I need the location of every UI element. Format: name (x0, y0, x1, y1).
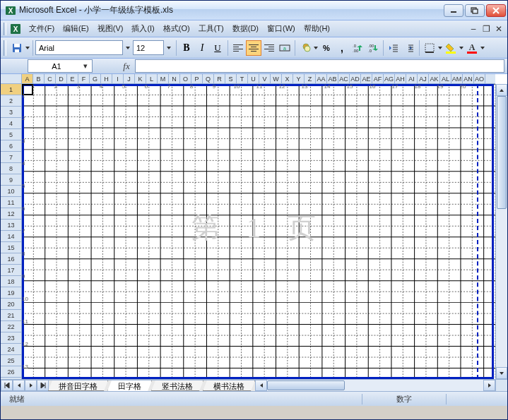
row-header-12[interactable]: 12 (1, 208, 21, 220)
row-header-16[interactable]: 16 (1, 253, 21, 265)
col-header-Z[interactable]: Z (305, 74, 316, 83)
scroll-left-button[interactable] (255, 380, 267, 391)
mdi-minimize-button[interactable]: – (468, 24, 479, 34)
col-header-K[interactable]: K (135, 74, 146, 83)
cells-viewport[interactable]: 第 1 页 1234567891011121314151617181920 12… (22, 84, 495, 379)
col-header-AA[interactable]: AA (316, 74, 327, 83)
font-name-dropdown[interactable] (123, 40, 133, 56)
font-color-button[interactable]: A (464, 40, 480, 56)
row-header-2[interactable]: 2 (1, 95, 21, 107)
col-header-AF[interactable]: AF (372, 74, 384, 83)
row-header-19[interactable]: 19 (1, 287, 21, 299)
row-header-9[interactable]: 9 (1, 174, 21, 186)
font-name-combo[interactable] (35, 40, 123, 55)
row-header-22[interactable]: 22 (1, 321, 21, 332)
col-header-AH[interactable]: AH (395, 74, 406, 83)
col-header-V[interactable]: V (259, 74, 271, 83)
row-header-1[interactable]: 1 (1, 84, 21, 95)
currency-dropdown[interactable] (313, 47, 319, 49)
bold-button[interactable]: B (179, 40, 194, 56)
col-header-C[interactable]: C (45, 74, 56, 83)
row-header-18[interactable]: 18 (1, 276, 21, 287)
toolbar-grip[interactable] (4, 23, 6, 35)
row-header-26[interactable]: 26 (1, 366, 21, 378)
col-header-U[interactable]: U (248, 74, 259, 83)
col-header-Y[interactable]: Y (293, 74, 305, 83)
align-left-button[interactable] (230, 40, 246, 56)
mdi-close-button[interactable]: ✕ (493, 24, 504, 34)
tab-last-button[interactable] (37, 380, 49, 391)
row-header-3[interactable]: 3 (1, 107, 21, 118)
col-header-O[interactable]: O (180, 74, 191, 83)
menu-help[interactable]: 帮助(H) (300, 22, 334, 35)
row-header-24[interactable]: 24 (1, 344, 21, 355)
row-header-23[interactable]: 23 (1, 332, 21, 344)
col-header-P[interactable]: P (191, 74, 203, 83)
row-header-11[interactable]: 11 (1, 197, 21, 208)
minimize-button[interactable] (444, 4, 463, 17)
col-header-T[interactable]: T (237, 74, 248, 83)
col-header-Q[interactable]: Q (203, 74, 214, 83)
col-header-N[interactable]: N (169, 74, 180, 83)
col-header-AM[interactable]: AM (451, 74, 463, 83)
col-header-I[interactable]: I (112, 74, 124, 83)
font-color-dropdown[interactable] (480, 47, 485, 49)
increase-decimal-button[interactable]: .0.00 (350, 40, 365, 56)
col-header-L[interactable]: L (146, 74, 158, 83)
hscroll-thumb[interactable] (267, 380, 345, 390)
col-header-AK[interactable]: AK (429, 74, 440, 83)
col-header-AL[interactable]: AL (440, 74, 451, 83)
tab-next-button[interactable] (25, 380, 37, 391)
col-header-AE[interactable]: AE (361, 74, 372, 83)
align-right-button[interactable] (261, 40, 277, 56)
column-headers[interactable]: ABCDEFGHIJKLMNOPQRSTUVWXYZAAABACADAEAFAG… (22, 74, 495, 84)
sheet-tab-3[interactable]: 横书法格 (203, 380, 255, 391)
row-header-15[interactable]: 15 (1, 242, 21, 253)
col-header-J[interactable]: J (124, 74, 135, 83)
menu-insert[interactable]: 插入(I) (127, 22, 158, 35)
col-header-E[interactable]: E (67, 74, 78, 83)
row-header-5[interactable]: 5 (1, 129, 21, 140)
col-header-AI[interactable]: AI (406, 74, 418, 83)
menu-format[interactable]: 格式(O) (159, 22, 194, 35)
col-header-AG[interactable]: AG (384, 74, 395, 83)
formula-bar-input[interactable] (135, 59, 504, 73)
col-header-A[interactable]: A (22, 74, 33, 83)
toolbar-grip[interactable] (4, 40, 6, 56)
col-header-AO[interactable]: AO (474, 74, 485, 83)
tab-first-button[interactable] (1, 380, 13, 391)
scroll-right-button[interactable] (483, 380, 495, 391)
maximize-button[interactable] (465, 4, 485, 17)
col-header-M[interactable]: M (158, 74, 169, 83)
tab-prev-button[interactable] (13, 380, 25, 391)
menu-tools[interactable]: 工具(T) (194, 22, 228, 35)
col-header-D[interactable]: D (56, 74, 67, 83)
percent-button[interactable]: % (319, 40, 334, 56)
col-header-R[interactable]: R (214, 74, 225, 83)
increase-indent-button[interactable] (401, 40, 417, 56)
align-center-button[interactable] (246, 40, 261, 56)
col-header-B[interactable]: B (33, 74, 45, 83)
sheet-tab-2[interactable]: 竖书法格 (151, 380, 203, 391)
row-header-6[interactable]: 6 (1, 140, 21, 152)
borders-button[interactable] (422, 40, 437, 56)
underline-button[interactable]: U (210, 40, 225, 56)
menu-file[interactable]: 文件(F) (25, 22, 59, 35)
fx-button[interactable]: fx (118, 61, 135, 72)
menu-data[interactable]: 数据(D) (228, 22, 263, 35)
row-header-7[interactable]: 7 (1, 152, 21, 163)
row-header-8[interactable]: 8 (1, 163, 21, 174)
horizontal-scrollbar[interactable] (255, 380, 495, 391)
row-header-4[interactable]: 4 (1, 118, 21, 129)
col-header-AJ[interactable]: AJ (418, 74, 429, 83)
col-header-AB[interactable]: AB (327, 74, 338, 83)
vertical-scrollbar[interactable] (495, 84, 507, 379)
row-header-17[interactable]: 17 (1, 265, 21, 276)
fill-color-dropdown[interactable] (459, 47, 464, 49)
save-button[interactable] (9, 40, 25, 56)
name-box[interactable]: A1 ▾ (28, 59, 93, 73)
menu-window[interactable]: 窗口(W) (263, 22, 300, 35)
menu-view[interactable]: 视图(V) (93, 22, 128, 35)
comma-button[interactable]: , (334, 40, 350, 56)
font-size-dropdown[interactable] (164, 40, 174, 56)
